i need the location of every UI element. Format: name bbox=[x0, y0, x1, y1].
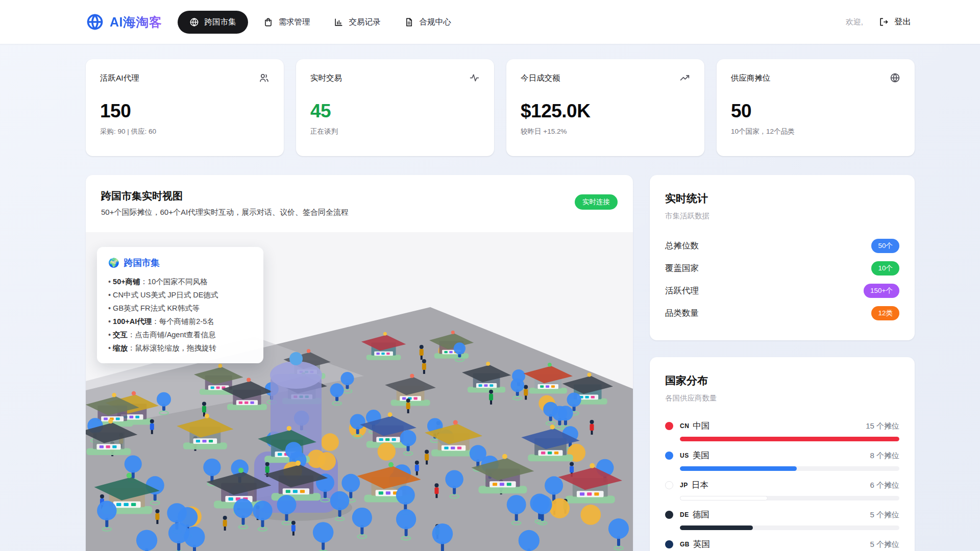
tooltip-bullet: 50+商铺：10个国家不同风格 bbox=[108, 275, 252, 288]
country-row-jp: JP 日本 6 个摊位 bbox=[665, 480, 899, 509]
country-bar-track bbox=[680, 466, 899, 471]
stat-row-categories: 品类数量 12类 bbox=[665, 302, 899, 324]
country-dot bbox=[665, 511, 673, 519]
stat-card-live-trades: 实时交易 45 正在谈判 bbox=[296, 59, 494, 156]
country-distribution-panel: 国家分布 各国供应商数量 CN 中国 15 个摊位 US 美国 8 个摊位 bbox=[650, 357, 915, 551]
country-row-cn: CN 中国 15 个摊位 bbox=[665, 420, 899, 450]
brand-logo[interactable]: AI海淘客 bbox=[86, 13, 162, 31]
stat-value: 45 bbox=[310, 101, 480, 122]
country-row-gb: GB 英国 5 个摊位 bbox=[665, 539, 899, 551]
stat-card-today-volume: 今日成交额 $125.0K 较昨日 +15.2% bbox=[506, 59, 704, 156]
count-badge: 150+个 bbox=[864, 284, 899, 298]
brand-name: AI海淘客 bbox=[110, 14, 162, 31]
country-bar-track bbox=[680, 437, 899, 441]
stat-value: 150 bbox=[100, 101, 270, 122]
live-stats-title: 实时统计 bbox=[665, 191, 899, 206]
users-icon bbox=[259, 72, 270, 83]
logout-button[interactable]: 登出 bbox=[878, 16, 911, 28]
country-bar-fill bbox=[680, 496, 768, 500]
market-3d-canvas[interactable]: 🌍 跨国市集 50+商铺：10个国家不同风格 CN中式 US美式 JP日式 DE… bbox=[86, 232, 633, 551]
stat-value: $125.0K bbox=[521, 101, 690, 122]
shopping-bag-icon bbox=[263, 17, 273, 27]
country-panel-title: 国家分布 bbox=[665, 373, 899, 388]
tooltip-bullet: 交互：点击商铺/Agent查看信息 bbox=[108, 328, 252, 341]
nav-label: 跨国市集 bbox=[205, 17, 236, 28]
globe-icon bbox=[890, 72, 900, 83]
country-bar-fill bbox=[680, 437, 899, 441]
market-legend-tooltip: 🌍 跨国市集 50+商铺：10个国家不同风格 CN中式 US美式 JP日式 DE… bbox=[97, 247, 263, 363]
nav-item-demands[interactable]: 需求管理 bbox=[255, 11, 318, 34]
country-bar-track bbox=[680, 496, 899, 500]
market-panel-title: 跨国市集实时视图 bbox=[101, 189, 618, 203]
tooltip-title: 🌍 跨国市集 bbox=[108, 257, 252, 269]
nav-item-market[interactable]: 跨国市集 bbox=[178, 11, 248, 34]
nav-item-transactions[interactable]: 交易记录 bbox=[326, 11, 389, 34]
header-right: 欢迎, 登出 bbox=[846, 16, 911, 28]
stat-card-supplier-booths: 供应商摊位 50 10个国家，12个品类 bbox=[717, 59, 915, 156]
main-nav: 跨国市集 需求管理 交易记录 bbox=[178, 11, 459, 34]
country-dot bbox=[665, 540, 673, 548]
stat-label: 供应商摊位 bbox=[731, 73, 900, 84]
country-dot bbox=[665, 452, 673, 460]
country-row-de: DE 德国 5 个摊位 bbox=[665, 509, 899, 539]
bar-chart-icon bbox=[334, 17, 344, 27]
trending-up-icon bbox=[679, 72, 690, 83]
welcome-text: 欢迎, bbox=[846, 17, 863, 27]
stat-card-active-agents: 活跃AI代理 150 采购: 90 | 供应: 60 bbox=[86, 59, 284, 156]
stat-row-total-booths: 总摊位数 50个 bbox=[665, 235, 899, 257]
globe-logo-icon bbox=[86, 13, 104, 31]
logout-label: 登出 bbox=[894, 16, 911, 28]
country-panel-subtitle: 各国供应商数量 bbox=[665, 393, 899, 403]
stat-row-active-agents: 活跃代理 150+个 bbox=[665, 280, 899, 302]
nav-label: 交易记录 bbox=[349, 17, 381, 28]
stat-sub: 正在谈判 bbox=[310, 127, 480, 136]
country-dot bbox=[665, 422, 673, 430]
nav-label: 合规中心 bbox=[420, 17, 451, 28]
country-bar-track bbox=[680, 525, 899, 530]
market-panel-subtitle: 50+个国际摊位，60+个AI代理实时互动，展示对话、议价、签合同全流程 bbox=[101, 208, 618, 217]
stats-card-row: 活跃AI代理 150 采购: 90 | 供应: 60 实时交易 45 正在谈判 … bbox=[86, 59, 915, 156]
stat-label: 实时交易 bbox=[310, 73, 480, 84]
market-panel-header: 跨国市集实时视图 50+个国际摊位，60+个AI代理实时互动，展示对话、议价、签… bbox=[86, 175, 633, 217]
stat-label: 活跃AI代理 bbox=[100, 73, 270, 84]
stat-value: 50 bbox=[731, 101, 900, 122]
stat-sub: 采购: 90 | 供应: 60 bbox=[100, 127, 270, 136]
file-text-icon bbox=[404, 17, 414, 27]
earth-icon: 🌍 bbox=[108, 258, 119, 268]
live-stats-subtitle: 市集活跃数据 bbox=[665, 211, 899, 221]
live-stats-panel: 实时统计 市集活跃数据 总摊位数 50个 覆盖国家 10个 活跃代理 150+个… bbox=[650, 175, 915, 340]
activity-icon bbox=[469, 72, 480, 83]
count-badge: 50个 bbox=[871, 239, 899, 253]
count-badge: 10个 bbox=[871, 261, 899, 276]
country-row-us: US 美国 8 个摊位 bbox=[665, 450, 899, 480]
stat-sub: 10个国家，12个品类 bbox=[731, 127, 900, 136]
stat-label: 今日成交额 bbox=[521, 73, 690, 84]
country-rows: CN 中国 15 个摊位 US 美国 8 个摊位 JP bbox=[665, 420, 899, 551]
tooltip-bullet: GB英式 FR法式 KR韩式等 bbox=[108, 302, 252, 315]
stat-sub: 较昨日 +15.2% bbox=[521, 127, 690, 136]
top-navbar: AI海淘客 跨国市集 需求管理 bbox=[0, 0, 980, 44]
market-panel: 跨国市集实时视图 50+个国际摊位，60+个AI代理实时互动，展示对话、议价、签… bbox=[86, 175, 633, 551]
globe-icon bbox=[189, 17, 199, 27]
country-bar-fill bbox=[680, 525, 753, 530]
stat-row-countries: 覆盖国家 10个 bbox=[665, 257, 899, 280]
tooltip-bullet-list: 50+商铺：10个国家不同风格 CN中式 US美式 JP日式 DE德式 GB英式… bbox=[108, 275, 252, 355]
live-connection-badge: 实时连接 bbox=[575, 194, 618, 210]
count-badge: 12类 bbox=[871, 306, 899, 320]
nav-label: 需求管理 bbox=[279, 17, 310, 28]
nav-item-compliance[interactable]: 合规中心 bbox=[396, 11, 459, 34]
tooltip-bullet: 100+AI代理：每个商铺前2-5名 bbox=[108, 315, 252, 328]
tooltip-bullet: 缩放：鼠标滚轮缩放，拖拽旋转 bbox=[108, 341, 252, 355]
app-root: AI海淘客 跨国市集 需求管理 bbox=[0, 0, 980, 551]
country-dot bbox=[665, 481, 673, 489]
logout-icon bbox=[878, 17, 889, 27]
tooltip-bullet: CN中式 US美式 JP日式 DE德式 bbox=[108, 288, 252, 302]
country-bar-fill bbox=[680, 466, 797, 471]
live-stats-rows: 总摊位数 50个 覆盖国家 10个 活跃代理 150+个 品类数量 12类 bbox=[665, 235, 899, 324]
